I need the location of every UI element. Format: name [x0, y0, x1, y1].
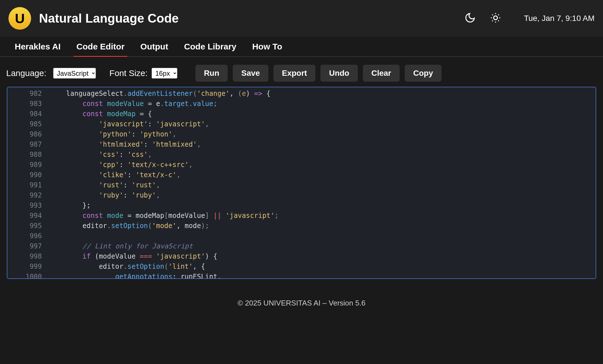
line-number: 994	[7, 211, 42, 221]
code-line[interactable]: };	[50, 200, 279, 211]
svg-line-7	[492, 20, 493, 21]
line-number: 995	[7, 221, 42, 231]
save-button[interactable]: Save	[233, 65, 268, 82]
code-line[interactable]: const modeValue = e.target.value;	[50, 99, 279, 109]
code-line[interactable]: 'clike': 'text/x-c',	[50, 170, 279, 180]
svg-point-0	[494, 16, 498, 20]
code-line[interactable]: 'python': 'python',	[50, 129, 279, 139]
line-number: 983	[7, 99, 42, 109]
code-line[interactable]: // Lint only for JavaScript	[50, 241, 279, 251]
code-line[interactable]: if (modeValue === 'javascript') {	[50, 251, 279, 261]
editor-toolbar: Language: JavaScript Font Size: 16px Run…	[0, 57, 603, 87]
line-number: 988	[7, 150, 42, 160]
code-line[interactable]: 'cpp': 'text/x-c++src',	[50, 160, 279, 170]
tab-herakles[interactable]: Herakles AI	[15, 42, 61, 57]
tab-library[interactable]: Code Library	[184, 42, 236, 57]
export-button[interactable]: Export	[273, 65, 316, 82]
line-number: 993	[7, 200, 42, 211]
line-number: 1000	[7, 272, 42, 279]
svg-line-3	[492, 14, 493, 15]
moon-icon[interactable]	[464, 12, 476, 25]
app-title: Natural Language Code	[39, 11, 464, 25]
code-line[interactable]: getAnnotations: runESLint,	[50, 272, 279, 278]
code-line[interactable]: 'htmlmixed': 'htmlmixed',	[50, 139, 279, 150]
code-line[interactable]: 'javascript': 'javascript',	[50, 119, 279, 129]
code-line[interactable]: 'css': 'css',	[50, 150, 279, 160]
line-number: 986	[7, 129, 42, 139]
language-label: Language:	[6, 68, 46, 78]
line-number: 991	[7, 180, 42, 190]
code-line[interactable]: const modeMap = {	[50, 109, 279, 119]
tab-output[interactable]: Output	[140, 42, 168, 57]
clock-display: Tue, Jan 7, 9:10 AM	[524, 14, 595, 23]
language-select[interactable]: JavaScript	[53, 68, 96, 79]
line-number: 987	[7, 139, 42, 150]
tab-editor[interactable]: Code Editor	[76, 42, 124, 57]
code-line[interactable]: editor.setOption('mode', mode);	[50, 221, 279, 231]
code-line[interactable]: 'ruby': 'ruby',	[50, 190, 279, 200]
run-button[interactable]: Run	[195, 65, 228, 82]
header-icons: Tue, Jan 7, 9:10 AM	[464, 12, 595, 25]
svg-line-8	[498, 14, 499, 15]
code-line[interactable]: editor.setOption('lint', {	[50, 261, 279, 272]
code-line[interactable]: 'rust': 'rust',	[50, 180, 279, 190]
code-editor[interactable]: 9829839849859869879889899909919929939949…	[7, 87, 596, 279]
svg-line-4	[498, 20, 499, 21]
code-area[interactable]: languageSelect.addEventListener('change'…	[47, 87, 279, 278]
line-number: 982	[7, 88, 42, 99]
line-number: 985	[7, 119, 42, 129]
code-line[interactable]	[50, 231, 279, 241]
line-number: 999	[7, 261, 42, 272]
code-line[interactable]: languageSelect.addEventListener('change'…	[50, 88, 279, 99]
line-number-gutter: 9829839849859869879889899909919929939949…	[7, 87, 47, 278]
line-number: 984	[7, 109, 42, 119]
code-line[interactable]: const mode = modeMap[modeValue] || 'java…	[50, 211, 279, 221]
line-number: 996	[7, 231, 42, 241]
tab-howto[interactable]: How To	[252, 42, 282, 57]
sun-icon[interactable]	[490, 12, 501, 25]
undo-button[interactable]: Undo	[320, 65, 358, 82]
app-logo: U	[8, 7, 31, 30]
nav-tabs: Herakles AICode EditorOutputCode Library…	[0, 37, 603, 57]
toolbar-buttons: Run Save Export Undo Clear Copy	[195, 65, 442, 82]
line-number: 992	[7, 190, 42, 200]
copy-button[interactable]: Copy	[405, 65, 442, 82]
line-number: 998	[7, 251, 42, 261]
line-number: 989	[7, 160, 42, 170]
app-header: U Natural Language Code Tue, Jan 7, 9:10…	[0, 0, 603, 37]
app-logo-letter: U	[15, 11, 25, 26]
fontsize-select[interactable]: 16px	[152, 68, 177, 79]
footer-text: © 2025 UNIVERSITAS AI – Version 5.6	[0, 299, 603, 307]
line-number: 990	[7, 170, 42, 180]
line-number: 997	[7, 241, 42, 251]
clear-button[interactable]: Clear	[363, 65, 400, 82]
fontsize-label: Font Size:	[109, 68, 148, 78]
